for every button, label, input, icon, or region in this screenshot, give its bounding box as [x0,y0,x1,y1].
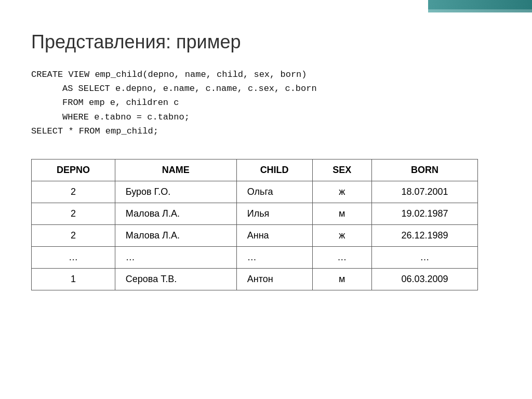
table-cell: ж [312,181,371,203]
table-cell: Анна [236,224,312,246]
table-cell: 1 [32,268,115,290]
sql-line-5: SELECT * FROM emp_child; [31,124,501,138]
table-cell: м [312,268,371,290]
table-cell: Илья [236,203,312,224]
table-row: 2Малова Л.А.Ильям19.02.1987 [32,203,478,224]
page-title: Представления: пример [31,31,501,53]
sql-line-1: CREATE VIEW emp_child(depno, name, child… [31,68,501,82]
table-cell: … [115,246,236,268]
table-header-row: DEPNO NAME CHILD SEX BORN [32,159,478,181]
sql-line-2: AS SELECT e.depno, e.name, c.name, c.sex… [31,82,501,96]
col-header-sex: SEX [312,159,371,181]
sql-line-4: WHERE e.tabno = c.tabno; [31,110,501,124]
table-cell: м [312,203,371,224]
table-cell: … [236,246,312,268]
table-cell: Малова Л.А. [115,203,236,224]
table-cell: 19.02.1987 [371,203,477,224]
table-cell: Буров Г.О. [115,181,236,203]
col-header-born: BORN [371,159,477,181]
results-table: DEPNO NAME CHILD SEX BORN 2Буров Г.О.Оль… [31,159,478,290]
main-content: Представления: пример CREATE VIEW emp_ch… [0,0,532,306]
table-body: 2Буров Г.О.Ольгаж18.07.20012Малова Л.А.И… [32,181,478,290]
table-cell: 18.07.2001 [371,181,477,203]
sql-code-block: CREATE VIEW emp_child(depno, name, child… [31,68,501,138]
table-cell: 06.03.2009 [371,268,477,290]
col-header-child: CHILD [236,159,312,181]
table-cell: … [312,246,371,268]
table-cell: 2 [32,203,115,224]
table-cell: Серова Т.В. [115,268,236,290]
sql-line-3: FROM emp e, children c [31,96,501,110]
table-cell: Малова Л.А. [115,224,236,246]
table-row: 2Малова Л.А.Аннаж26.12.1989 [32,224,478,246]
top-bar-decoration [428,0,532,9]
table-cell: Антон [236,268,312,290]
top-bar-accent [428,9,532,12]
table-row: …………… [32,246,478,268]
table-cell: ж [312,224,371,246]
table-row: 1Серова Т.В.Антонм06.03.2009 [32,268,478,290]
table-cell: 2 [32,224,115,246]
table-row: 2Буров Г.О.Ольгаж18.07.2001 [32,181,478,203]
col-header-depno: DEPNO [32,159,115,181]
table-cell: 2 [32,181,115,203]
table-cell: Ольга [236,181,312,203]
table-cell: 26.12.1989 [371,224,477,246]
col-header-name: NAME [115,159,236,181]
table-cell: … [371,246,477,268]
table-cell: … [32,246,115,268]
